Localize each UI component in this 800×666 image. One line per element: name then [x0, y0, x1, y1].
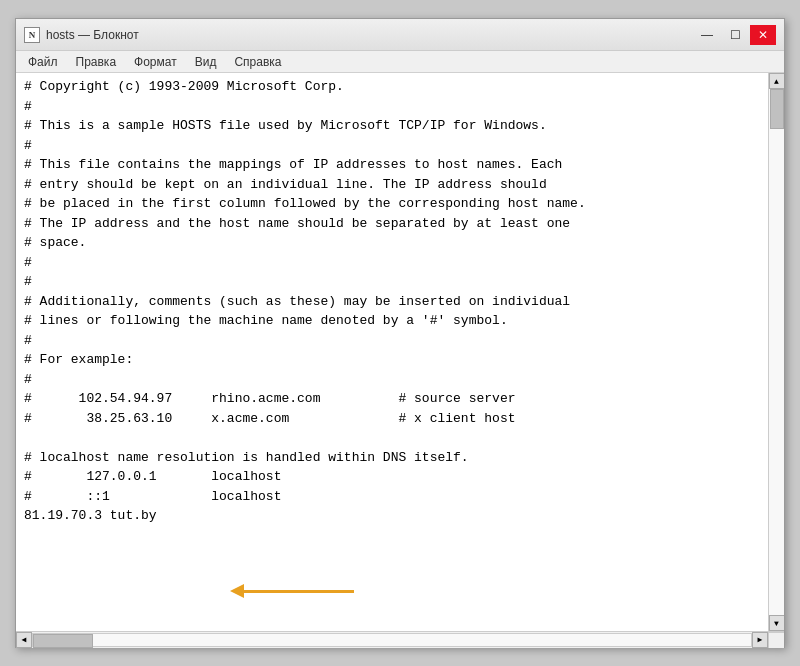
scroll-down-arrow[interactable]: ▼ — [769, 615, 785, 631]
arrow-line — [244, 590, 354, 593]
scroll-left-arrow[interactable]: ◀ — [16, 632, 32, 648]
menu-format[interactable]: Формат — [126, 53, 185, 71]
title-bar: N hosts — Блокнот — ☐ ✕ — [16, 19, 784, 51]
scroll-track-v[interactable] — [769, 89, 784, 615]
close-button[interactable]: ✕ — [750, 25, 776, 45]
scroll-up-arrow[interactable]: ▲ — [769, 73, 785, 89]
menu-view[interactable]: Вид — [187, 53, 225, 71]
menu-edit[interactable]: Правка — [68, 53, 125, 71]
minimize-button[interactable]: — — [694, 25, 720, 45]
app-icon: N — [24, 27, 40, 43]
scroll-thumb-v[interactable] — [770, 89, 784, 129]
title-bar-left: N hosts — Блокнот — [24, 27, 139, 43]
scrollbar-corner — [768, 632, 784, 648]
app-icon-text: N — [29, 30, 36, 40]
window-controls: — ☐ ✕ — [694, 25, 776, 45]
notepad-window: N hosts — Блокнот — ☐ ✕ Файл Правка Форм… — [15, 18, 785, 648]
vertical-scrollbar[interactable]: ▲ ▼ — [768, 73, 784, 631]
window-title: hosts — Блокнот — [46, 28, 139, 42]
scroll-track-h[interactable] — [32, 633, 752, 647]
scroll-right-arrow[interactable]: ▶ — [752, 632, 768, 648]
horizontal-scrollbar[interactable]: ◀ ▶ — [16, 632, 768, 648]
menu-file[interactable]: Файл — [20, 53, 66, 71]
arrow-annotation — [230, 584, 354, 598]
maximize-button[interactable]: ☐ — [722, 25, 748, 45]
arrow-head — [230, 584, 244, 598]
text-editor[interactable]: # Copyright (c) 1993-2009 Microsoft Corp… — [16, 73, 768, 631]
scroll-thumb-h[interactable] — [33, 634, 93, 648]
menu-bar: Файл Правка Формат Вид Справка — [16, 51, 784, 73]
content-area: # Copyright (c) 1993-2009 Microsoft Corp… — [16, 73, 784, 631]
menu-help[interactable]: Справка — [226, 53, 289, 71]
bottom-bar: ◀ ▶ — [16, 631, 784, 647]
